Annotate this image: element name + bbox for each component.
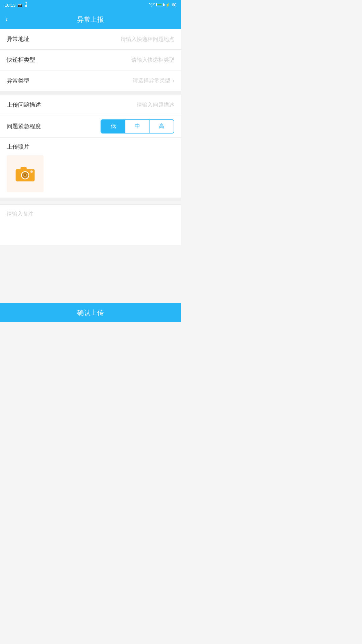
address-input[interactable] — [44, 36, 174, 42]
urgency-label: 问题紧急程度 — [7, 122, 44, 130]
camera-icon — [14, 165, 36, 183]
upload-section: 上传照片 — [0, 138, 181, 198]
anomaly-type-label: 异常类型 — [7, 77, 44, 85]
urgency-medium-button[interactable]: 中 — [125, 120, 149, 133]
page-title: 异常上报 — [77, 15, 104, 24]
usb-icon — [24, 2, 28, 8]
description-input[interactable] — [44, 102, 174, 108]
bottom-filler — [0, 245, 181, 299]
sim-icon: 📷 — [18, 3, 22, 7]
notes-section — [0, 204, 181, 245]
battery-level: 60 — [172, 3, 176, 7]
description-section: 上传问题描述 问题紧急程度 低 中 高 — [0, 95, 181, 138]
notes-input[interactable] — [7, 211, 174, 237]
svg-point-5 — [151, 6, 152, 6]
svg-rect-1 — [26, 3, 26, 5]
battery-icon — [156, 3, 164, 7]
svg-rect-0 — [25, 2, 27, 3]
urgency-low-button[interactable]: 低 — [101, 120, 125, 133]
urgency-high-button[interactable]: 高 — [149, 120, 174, 133]
section-divider-2 — [0, 198, 181, 201]
cabinet-type-label: 快递柜类型 — [7, 56, 44, 64]
urgency-button-group: 低 中 高 — [101, 119, 174, 133]
chevron-right-icon: › — [172, 77, 174, 84]
address-row: 异常地址 — [0, 29, 181, 50]
section-divider — [0, 91, 181, 95]
anomaly-type-placeholder: 请选择异常类型 — [44, 77, 170, 84]
back-button[interactable]: ‹ — [5, 16, 8, 23]
photo-upload-box[interactable] — [7, 155, 44, 192]
wifi-icon — [149, 3, 155, 8]
cabinet-type-row: 快递柜类型 — [0, 50, 181, 70]
submit-label: 确认上传 — [77, 308, 104, 317]
address-label: 异常地址 — [7, 35, 44, 43]
time-display: 10:13 — [5, 3, 16, 8]
status-bar: 10:13 📷 — [0, 0, 181, 10]
description-label: 上传问题描述 — [7, 101, 44, 109]
form-section: 异常地址 快递柜类型 异常类型 请选择异常类型 › — [0, 29, 181, 91]
upload-label: 上传照片 — [7, 143, 174, 151]
svg-point-13 — [31, 170, 33, 173]
urgency-row: 问题紧急程度 低 中 高 — [0, 115, 181, 138]
submit-button[interactable]: 确认上传 — [0, 303, 181, 322]
anomaly-type-row[interactable]: 异常类型 请选择异常类型 › — [0, 70, 181, 91]
svg-rect-12 — [20, 167, 26, 170]
charging-icon: ⚡ — [165, 3, 170, 7]
cabinet-type-input[interactable] — [44, 57, 174, 63]
description-row: 上传问题描述 — [0, 95, 181, 115]
top-nav: ‹ 异常上报 — [0, 10, 181, 29]
